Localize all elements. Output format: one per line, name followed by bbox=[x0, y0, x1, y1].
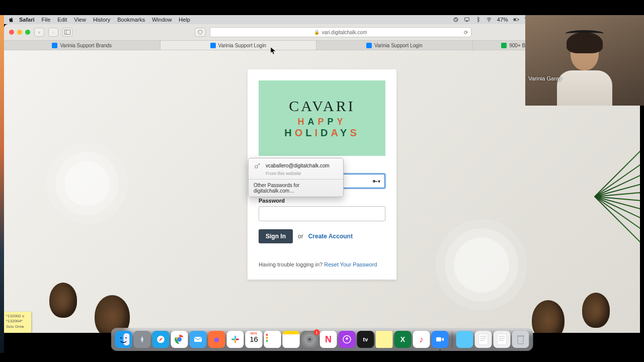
browser-tab[interactable]: Varinia Support Brands bbox=[4, 41, 160, 50]
menu-app-name[interactable]: Safari bbox=[19, 17, 35, 23]
window-controls[interactable] bbox=[9, 30, 30, 35]
tab-title: Varinia Support Login bbox=[374, 43, 422, 48]
macos-dock: NOV161NtvX♪ bbox=[111, 328, 533, 351]
battery-icon[interactable] bbox=[513, 17, 519, 23]
svg-rect-29 bbox=[234, 340, 236, 343]
password-autofill-dropdown: vcaballero@digitalchalk.com From this we… bbox=[248, 158, 344, 197]
dock-mail[interactable] bbox=[190, 331, 207, 348]
fullscreen-window-button[interactable] bbox=[25, 30, 30, 35]
menu-edit[interactable]: Edit bbox=[57, 17, 67, 23]
battery-percent: 47% bbox=[497, 17, 508, 23]
svg-rect-16 bbox=[124, 333, 130, 345]
key-icon bbox=[254, 161, 262, 169]
reload-icon[interactable]: ⟳ bbox=[464, 30, 468, 35]
dock-chrome[interactable] bbox=[171, 331, 188, 348]
dock-doc-1[interactable] bbox=[475, 331, 492, 348]
desktop-left-edge bbox=[0, 15, 4, 353]
sticky-line: Scio Gma bbox=[6, 324, 29, 329]
dock-slack[interactable] bbox=[227, 331, 244, 348]
bluetooth-icon[interactable] bbox=[475, 17, 481, 23]
participant-video bbox=[554, 30, 615, 106]
trouble-prefix: Having trouble logging in? bbox=[259, 261, 324, 267]
dock-excel[interactable]: X bbox=[394, 331, 412, 348]
menu-help[interactable]: Help bbox=[179, 17, 190, 23]
svg-rect-28 bbox=[231, 339, 235, 340]
dock-trash[interactable] bbox=[512, 331, 529, 348]
svg-rect-27 bbox=[234, 336, 236, 339]
svg-point-32 bbox=[308, 338, 311, 341]
dock-downloads-folder[interactable] bbox=[456, 331, 473, 348]
password-field[interactable] bbox=[259, 206, 385, 221]
dock-finder[interactable] bbox=[115, 331, 132, 348]
dock-reminders[interactable] bbox=[264, 331, 281, 348]
dock-doc-2[interactable] bbox=[494, 331, 511, 348]
dock-launchpad[interactable] bbox=[134, 331, 151, 348]
privacy-report-button[interactable] bbox=[195, 28, 206, 37]
back-button[interactable]: ‹ bbox=[34, 28, 44, 37]
dock-zoom[interactable] bbox=[432, 331, 449, 348]
dock-podcasts[interactable] bbox=[339, 331, 356, 348]
airplay-icon[interactable] bbox=[464, 17, 470, 23]
pinecone-decoration bbox=[582, 293, 610, 328]
tab-favicon bbox=[501, 43, 507, 48]
dock-news[interactable]: N bbox=[320, 331, 337, 348]
autofill-source: From this website bbox=[249, 171, 343, 179]
autofill-key-icon[interactable]: 🔑︎▾ bbox=[373, 178, 380, 184]
dock-safari[interactable] bbox=[152, 331, 170, 348]
svg-point-34 bbox=[346, 337, 348, 340]
menu-extra-icon[interactable] bbox=[453, 17, 459, 23]
address-bar[interactable]: 🔒 vari.digitalchalk.com ⟳ bbox=[210, 27, 471, 37]
reset-password-link[interactable]: Reset Your Password bbox=[324, 261, 377, 267]
participant-name: Varinia Garay bbox=[528, 75, 561, 81]
menu-window[interactable]: Window bbox=[152, 17, 172, 23]
menu-bookmarks[interactable]: Bookmarks bbox=[117, 17, 145, 23]
other-passwords-option[interactable]: Other Passwords for digitalchalk.com… bbox=[249, 179, 343, 197]
dock-firefox[interactable] bbox=[208, 331, 225, 348]
menu-file[interactable]: File bbox=[42, 17, 51, 23]
svg-rect-24 bbox=[194, 337, 202, 342]
dock-stickies[interactable] bbox=[376, 331, 393, 348]
dock-music[interactable]: ♪ bbox=[413, 331, 430, 348]
banner-line2: HOLIDAYS bbox=[284, 127, 360, 139]
autofill-email: vcaballero@digitalchalk.com bbox=[266, 163, 330, 168]
minimize-window-button[interactable] bbox=[17, 30, 22, 35]
brand-name: CAVARI bbox=[289, 98, 355, 115]
tab-title: Varinia Support Login bbox=[218, 43, 266, 48]
svg-rect-36 bbox=[479, 334, 488, 345]
brand-banner: CAVARI HAPPY HOLIDAYS bbox=[259, 80, 385, 156]
dock-tv[interactable]: tv bbox=[357, 331, 374, 348]
dock-calendar[interactable]: NOV16 bbox=[246, 331, 263, 348]
svg-rect-5 bbox=[518, 19, 519, 20]
menu-history[interactable]: History bbox=[93, 17, 110, 23]
trouble-text: Having trouble logging in? Reset Your Pa… bbox=[259, 261, 385, 267]
sidebar-toggle-button[interactable] bbox=[62, 28, 72, 37]
mouse-cursor bbox=[271, 47, 276, 54]
browser-tab[interactable]: Varinia Support Login bbox=[160, 41, 317, 50]
dock-settings[interactable]: 1 bbox=[301, 331, 318, 348]
url-text: vari.digitalchalk.com bbox=[321, 30, 367, 35]
svg-point-23 bbox=[177, 337, 182, 341]
lock-icon: 🔒 bbox=[314, 30, 319, 35]
svg-point-18 bbox=[125, 337, 126, 338]
dock-notes[interactable] bbox=[283, 331, 300, 348]
svg-rect-30 bbox=[235, 339, 239, 340]
create-account-link[interactable]: Create Account bbox=[308, 233, 353, 240]
close-window-button[interactable] bbox=[9, 30, 14, 35]
signin-button[interactable]: Sign In bbox=[259, 229, 293, 243]
wifi-icon[interactable] bbox=[486, 17, 492, 23]
video-participant-tile: Varinia Garay bbox=[525, 15, 644, 106]
forward-button[interactable]: › bbox=[48, 28, 58, 37]
dock-separator bbox=[452, 331, 453, 347]
browser-tab[interactable]: Varinia Support Login bbox=[316, 41, 473, 50]
svg-point-17 bbox=[120, 337, 121, 338]
apple-menu-icon[interactable] bbox=[8, 17, 14, 23]
menu-view[interactable]: View bbox=[74, 17, 86, 23]
autofill-suggestion[interactable]: vcaballero@digitalchalk.com bbox=[249, 158, 343, 171]
svg-point-2 bbox=[489, 21, 490, 22]
or-text: or bbox=[298, 233, 303, 240]
svg-point-26 bbox=[214, 337, 219, 342]
svg-rect-40 bbox=[498, 334, 507, 345]
pine-decoration bbox=[529, 131, 640, 261]
desktop-sticky-note[interactable]: *132002 s *132004* Scio Gma bbox=[4, 312, 31, 333]
banner-line1: HAPPY bbox=[297, 117, 346, 127]
